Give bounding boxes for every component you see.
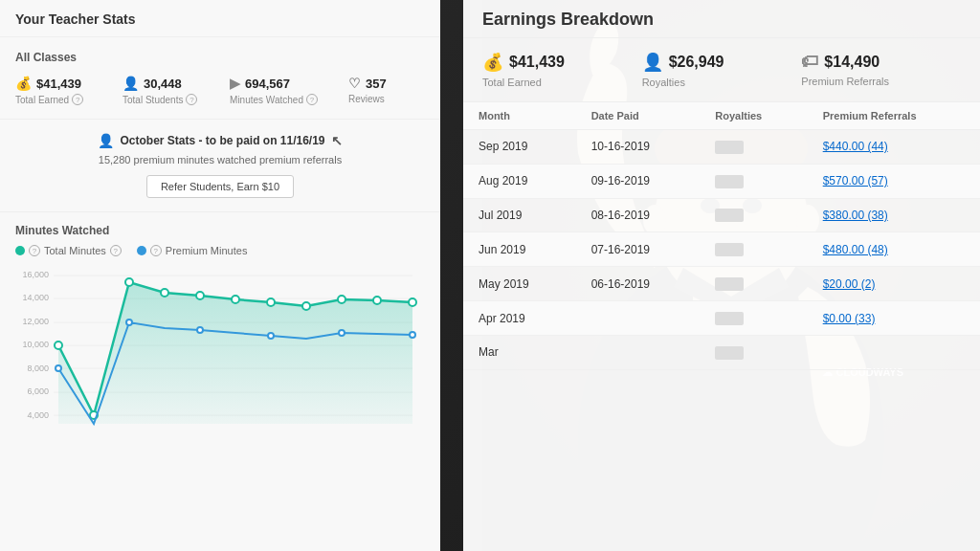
svg-point-33 bbox=[56, 365, 61, 371]
col-date-paid: Date Paid bbox=[576, 102, 701, 130]
svg-text:4,000: 4,000 bbox=[27, 410, 49, 420]
play-icon: ▶ bbox=[230, 76, 240, 91]
svg-point-22 bbox=[55, 342, 62, 349]
premium-minutes-dot bbox=[137, 246, 146, 255]
earnings-table: Month Date Paid Royalties Premium Referr… bbox=[463, 102, 980, 370]
premium-referrals-label: Premium Referrals bbox=[801, 76, 961, 87]
total-students-value: 30,448 bbox=[144, 77, 182, 91]
teacher-stats-panel: Your Teacher Stats All Classes 💰 $41,439… bbox=[0, 0, 440, 551]
total-earned-label: Total Earned bbox=[15, 95, 69, 105]
cell-premium-referrals: $570.00 (57) bbox=[808, 164, 980, 198]
table-row: May 201906-16-2019$20.00 (2) bbox=[463, 267, 980, 301]
svg-point-25 bbox=[161, 289, 168, 297]
svg-point-34 bbox=[126, 320, 132, 325]
minutes-chart-svg: 16,000 14,000 12,000 10,000 8,000 6,000 … bbox=[15, 266, 417, 433]
table-row: Apr 2019$0.00 (33) bbox=[463, 301, 980, 336]
total-minutes-dot bbox=[15, 246, 25, 255]
total-students-stat: 👤 30,448 Total Students ? bbox=[122, 76, 199, 105]
svg-point-27 bbox=[232, 296, 239, 303]
cell-month: Apr 2019 bbox=[463, 301, 576, 336]
svg-point-32 bbox=[409, 298, 416, 306]
svg-text:14,000: 14,000 bbox=[22, 293, 49, 302]
reviews-label: Reviews bbox=[348, 94, 385, 104]
svg-text:16,000: 16,000 bbox=[22, 270, 49, 279]
cell-month: May 2019 bbox=[463, 267, 576, 301]
october-stats-section: 👤 October Stats - to be paid on 11/16/19… bbox=[0, 120, 440, 212]
total-minutes-info2[interactable]: ? bbox=[110, 245, 122, 256]
students-icon: 👤 bbox=[122, 76, 139, 91]
col-month: Month bbox=[463, 102, 576, 130]
premium-minutes-label: Premium Minutes bbox=[166, 245, 248, 256]
redacted-value bbox=[715, 277, 744, 291]
premium-icon: 🏷 bbox=[801, 52, 818, 72]
earnings-total-value: $41,439 bbox=[509, 54, 565, 71]
students-info[interactable]: ? bbox=[186, 94, 197, 105]
cell-month: Jul 2019 bbox=[463, 198, 576, 232]
svg-point-37 bbox=[339, 330, 345, 336]
october-stats-text: 15,280 premium minutes watched premium r… bbox=[15, 154, 425, 165]
minutes-watched-stat: ▶ 694,567 Minutes Watched ? bbox=[230, 76, 318, 105]
october-title-text: October Stats - to be paid on 11/16/19 bbox=[120, 134, 324, 147]
premium-info[interactable]: ? bbox=[150, 245, 162, 256]
royalties-label: Royalties bbox=[642, 77, 802, 88]
svg-text:8,000: 8,000 bbox=[27, 364, 49, 373]
cell-premium-referrals: $380.00 (38) bbox=[808, 198, 980, 232]
svg-point-24 bbox=[125, 278, 133, 286]
cell-royalties bbox=[700, 301, 807, 336]
heart-icon: ♡ bbox=[348, 76, 361, 91]
cell-royalties bbox=[700, 164, 807, 198]
cell-month: Sep 2019 bbox=[463, 130, 576, 165]
svg-point-31 bbox=[373, 297, 381, 304]
royalties-icon: 👤 bbox=[642, 52, 663, 73]
cell-date: 10-16-2019 bbox=[576, 130, 701, 165]
cell-date: 07-16-2019 bbox=[576, 232, 701, 267]
svg-point-36 bbox=[268, 333, 274, 339]
premium-minutes-legend: ? Premium Minutes bbox=[137, 245, 248, 256]
total-earned-stat: 💰 $41,439 Total Earned ? bbox=[15, 76, 92, 105]
minutes-watched-header: Minutes Watched bbox=[15, 224, 425, 237]
cell-date: 09-16-2019 bbox=[576, 164, 701, 198]
total-minutes-label: Total Minutes bbox=[44, 245, 106, 256]
cell-date: 08-16-2019 bbox=[576, 198, 701, 232]
chart-area: 16,000 14,000 12,000 10,000 8,000 6,000 … bbox=[15, 266, 425, 438]
chart-legend: ? Total Minutes ? ? Premium Minutes bbox=[15, 245, 425, 256]
refer-students-button[interactable]: Refer Students, Earn $10 bbox=[146, 175, 294, 198]
cell-premium-referrals bbox=[808, 335, 980, 369]
earnings-title: Earnings Breakdown bbox=[463, 0, 980, 38]
svg-point-29 bbox=[302, 302, 310, 310]
cell-premium-referrals: $440.00 (44) bbox=[808, 130, 980, 165]
minutes-watched-label: Minutes Watched bbox=[230, 95, 303, 105]
cell-date: 06-16-2019 bbox=[576, 267, 701, 301]
cell-royalties bbox=[700, 198, 807, 232]
table-row: Jul 201908-16-2019$380.00 (38) bbox=[463, 198, 980, 232]
total-earned-value: $41,439 bbox=[36, 77, 81, 91]
cell-premium-referrals: $480.00 (48) bbox=[808, 232, 980, 267]
table-row: Jun 201907-16-2019$480.00 (48) bbox=[463, 232, 980, 267]
svg-text:12,000: 12,000 bbox=[22, 317, 49, 326]
cell-month: Aug 2019 bbox=[463, 164, 576, 198]
earnings-royalties: 👤 $26,949 Royalties bbox=[642, 52, 802, 88]
reviews-stat: ♡ 357 Reviews bbox=[348, 76, 425, 105]
total-earned-info[interactable]: ? bbox=[72, 94, 83, 105]
cell-month: Jun 2019 bbox=[463, 232, 576, 267]
svg-text:10,000: 10,000 bbox=[22, 340, 49, 349]
redacted-value bbox=[715, 312, 744, 325]
svg-point-38 bbox=[410, 332, 415, 338]
cursor-icon: ↖ bbox=[331, 133, 343, 148]
earnings-summary: 💰 $41,439 Total Earned 👤 $26,949 Royalti… bbox=[463, 38, 980, 102]
stats-row: 💰 $41,439 Total Earned ? 👤 30,448 Total … bbox=[15, 76, 425, 105]
minutes-info[interactable]: ? bbox=[306, 94, 318, 105]
col-royalties: Royalties bbox=[700, 102, 807, 130]
minutes-watched-value: 694,567 bbox=[245, 77, 290, 91]
calendar-icon: 👤 bbox=[98, 133, 114, 148]
redacted-value bbox=[715, 346, 744, 360]
total-students-label: Total Students bbox=[122, 95, 183, 105]
cell-premium-referrals: $0.00 (33) bbox=[808, 301, 980, 336]
svg-text:6,000: 6,000 bbox=[27, 386, 49, 396]
reviews-value: 357 bbox=[366, 77, 387, 91]
table-row: Aug 201909-16-2019$570.00 (57) bbox=[463, 164, 980, 198]
total-minutes-info[interactable]: ? bbox=[29, 245, 40, 256]
all-classes-label: All Classes bbox=[15, 51, 425, 64]
cell-royalties bbox=[700, 267, 807, 301]
premium-referrals-value: $14,490 bbox=[824, 54, 880, 71]
